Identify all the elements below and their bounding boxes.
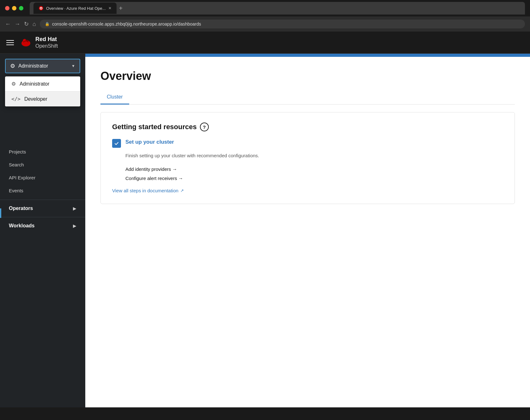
minimize-button[interactable]: [12, 6, 16, 10]
sidebar-item-projects[interactable]: Projects: [0, 145, 85, 158]
perspective-label: Administrator: [18, 63, 68, 69]
api-explorer-label: API Explorer: [9, 175, 76, 180]
sidebar-item-search[interactable]: Search: [0, 158, 85, 171]
projects-label: Projects: [9, 149, 76, 154]
tabs: Cluster: [100, 90, 515, 105]
workloads-chevron-right-icon: ▶: [73, 223, 76, 228]
action-link-identity[interactable]: Add identity providers →: [112, 165, 503, 174]
back-button[interactable]: ←: [5, 21, 11, 27]
sidebar-item-api-explorer[interactable]: API Explorer: [0, 171, 85, 184]
doc-link[interactable]: View all steps in documentation ↗: [112, 188, 184, 193]
tab-favicon: [39, 6, 44, 11]
browser-nav: ← → ↻ ⌂ 🔒 console-openshift-console.apps…: [0, 16, 530, 32]
content-header-bar: [85, 54, 530, 57]
refresh-button[interactable]: ↻: [24, 21, 29, 27]
dropdown-developer-label: Developer: [24, 96, 47, 102]
brand-name: Red Hat: [35, 36, 58, 43]
nav-section: Projects Search API Explorer Events: [0, 143, 85, 200]
getting-started-card: Getting started resources ? Set up your …: [100, 112, 515, 204]
traffic-lights: [5, 6, 23, 10]
page-title: Overview: [100, 69, 515, 83]
hamburger-menu[interactable]: [6, 40, 14, 45]
setup-desc: Finish setting up your cluster with reco…: [112, 153, 503, 158]
sidebar: ⚙ Administrator ▼ ⚙ Administrator </> De…: [0, 54, 85, 407]
help-icon[interactable]: ?: [200, 123, 209, 131]
card-title: Getting started resources ?: [112, 123, 503, 131]
tab-cluster[interactable]: Cluster: [100, 90, 129, 105]
redhat-logo: [20, 37, 32, 48]
cluster-setup-row: Set up your cluster: [112, 139, 503, 148]
content-body: Overview Cluster Getting started resourc…: [85, 57, 530, 407]
dropdown-item-developer[interactable]: </> Developer: [5, 92, 80, 106]
perspective-dropdown: ⚙ Administrator </> Developer: [5, 76, 80, 106]
tab-title: Overview · Azure Red Hat Ope...: [46, 6, 106, 11]
nav-group-workloads: Workloads ▶: [0, 217, 85, 234]
perspective-button[interactable]: ⚙ Administrator ▼: [5, 59, 80, 73]
dropdown-admin-label: Administrator: [20, 81, 49, 87]
external-link-icon: ↗: [180, 188, 184, 193]
events-label: Events: [9, 188, 76, 193]
sidebar-item-events[interactable]: Events: [0, 184, 85, 197]
perspective-switcher: ⚙ Administrator ▼: [0, 54, 85, 73]
operators-chevron-right-icon: ▶: [73, 206, 76, 211]
nav-group-operators: Operators ▶: [0, 200, 85, 217]
search-label: Search: [9, 162, 76, 167]
doc-link-text: View all steps in documentation: [112, 188, 178, 193]
main-layout: ⚙ Administrator ▼ ⚙ Administrator </> De…: [0, 54, 530, 407]
maximize-button[interactable]: [19, 6, 23, 10]
operators-label: Operators: [9, 206, 33, 211]
brand-text: Red Hat OpenShift: [35, 36, 58, 49]
lock-icon: 🔒: [45, 22, 50, 26]
address-text: console-openshift-console.apps.zhbq0jig.…: [52, 21, 201, 27]
browser-tab[interactable]: Overview · Azure Red Hat Ope... ✕: [33, 3, 117, 14]
close-button[interactable]: [5, 6, 9, 10]
forward-button[interactable]: →: [15, 21, 20, 27]
app-header: Red Hat OpenShift: [0, 32, 530, 54]
nav-active-bar: [0, 208, 1, 218]
brand-sub: OpenShift: [35, 43, 58, 49]
card-title-text: Getting started resources: [112, 123, 197, 131]
address-bar[interactable]: 🔒 console-openshift-console.apps.zhbq0ji…: [40, 20, 525, 28]
workloads-label: Workloads: [9, 223, 35, 229]
new-tab-button[interactable]: +: [119, 5, 123, 12]
browser-chrome: Overview · Azure Red Hat Ope... ✕ + ← → …: [0, 0, 530, 32]
app: Red Hat OpenShift ⚙ Administrator ▼ ⚙ Ad…: [0, 32, 530, 407]
developer-icon: </>: [11, 96, 21, 102]
content: Overview Cluster Getting started resourc…: [85, 54, 530, 407]
tab-close-icon[interactable]: ✕: [108, 6, 111, 10]
perspective-icon: ⚙: [10, 63, 15, 69]
operators-group-header[interactable]: Operators ▶: [0, 200, 85, 217]
brand: Red Hat OpenShift: [20, 36, 58, 49]
setup-cluster-link[interactable]: Set up your cluster: [125, 139, 174, 145]
workloads-group-header[interactable]: Workloads ▶: [0, 217, 85, 234]
home-button[interactable]: ⌂: [33, 21, 36, 27]
svg-point-2: [40, 8, 42, 9]
admin-icon: ⚙: [11, 81, 16, 87]
chevron-down-icon: ▼: [71, 64, 75, 68]
dropdown-item-administrator[interactable]: ⚙ Administrator: [5, 76, 80, 91]
check-icon: [112, 139, 121, 148]
action-link-alerts[interactable]: Configure alert receivers →: [112, 174, 503, 183]
